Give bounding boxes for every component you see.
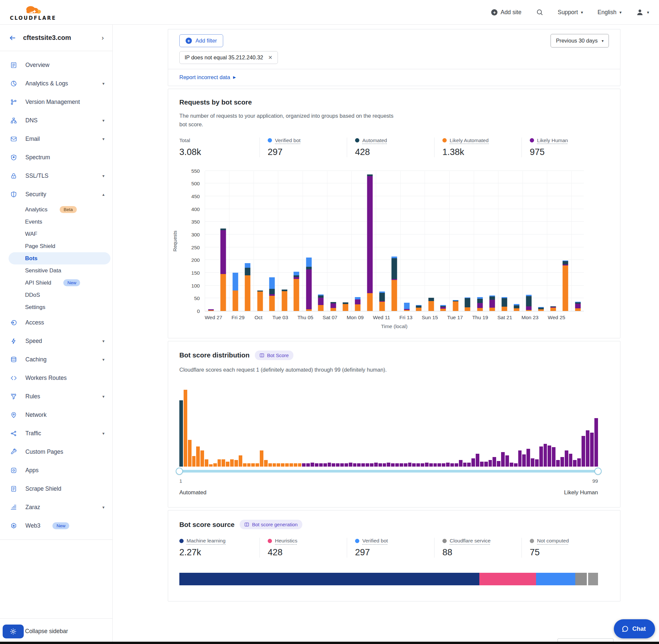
sidebar-item-speed[interactable]: Speed▾ xyxy=(0,332,112,350)
add-site-button[interactable]: + Add site xyxy=(491,9,521,16)
chevron-down-icon: ▾ xyxy=(102,505,104,510)
sidebar-item-traffic[interactable]: Traffic▾ xyxy=(0,424,112,442)
sidebar-item-overview[interactable]: Overview xyxy=(0,56,112,74)
search-icon[interactable] xyxy=(536,8,543,16)
sidebar-item-network[interactable]: Network xyxy=(0,406,112,424)
sidebar-item-ssl-tls[interactable]: SSL/TLS▾ xyxy=(0,166,112,185)
sidebar-item-waf[interactable]: WAF xyxy=(0,228,112,240)
sidebar-item-label: Rules xyxy=(25,393,40,400)
chevron-down-icon: ▾ xyxy=(102,174,104,178)
bot-score-generation-badge[interactable]: Bot score generation xyxy=(240,520,302,529)
dns-icon xyxy=(10,117,17,124)
histogram-bar-score-70 xyxy=(471,458,475,466)
sidebar-item-page-shield[interactable]: Page Shield xyxy=(0,240,112,252)
sidebar-nav: OverviewAnalytics & Logs▾Version Managem… xyxy=(0,51,112,535)
sidebar-item-analytics-logs[interactable]: Analytics & Logs▾ xyxy=(0,74,112,93)
sidebar-item-version-management[interactable]: Version Management xyxy=(0,93,112,111)
user-menu[interactable]: ▾ xyxy=(636,8,649,16)
bot-score-badge[interactable]: Bot Score xyxy=(255,350,293,360)
sidebar-item-api-shield[interactable]: API ShieldNew xyxy=(0,277,112,289)
slider-handle-max[interactable] xyxy=(594,467,602,475)
sidebar-item-web3[interactable]: Web3New xyxy=(0,516,112,535)
histogram-bar-score-18 xyxy=(251,463,255,466)
histogram-bar-score-5 xyxy=(196,446,200,466)
chart-plot-area xyxy=(205,171,584,311)
sidebar-item-analytics[interactable]: AnalyticsBeta xyxy=(0,204,112,216)
score-histogram xyxy=(179,386,598,466)
filter-chip[interactable]: IP does not equal 35.212.240.32 ✕ xyxy=(179,51,278,64)
sidebar-item-custom-pages[interactable]: Custom Pages xyxy=(0,442,112,461)
sidebar-item-events[interactable]: Events xyxy=(0,216,112,228)
sidebar-item-access[interactable]: Access xyxy=(0,313,112,332)
y-axis-label: Requests xyxy=(172,231,178,252)
date-range-button[interactable]: Previous 30 days ▾ xyxy=(550,34,609,47)
histogram-bar-score-53 xyxy=(400,463,403,466)
x-tick: Mon 23 xyxy=(521,315,539,321)
stat-not-computed: Not computed75 xyxy=(521,538,609,558)
chevron-right-icon[interactable]: › xyxy=(101,34,104,42)
histogram-bar-score-99 xyxy=(594,418,598,466)
histogram-bar-score-38 xyxy=(336,463,339,466)
source-stacked-bar xyxy=(179,573,598,585)
score-range-slider xyxy=(179,467,598,476)
slider-max-value: 99 xyxy=(592,478,598,484)
divider xyxy=(168,69,620,69)
beta-badge: Beta xyxy=(60,206,77,213)
collapse-sidebar-button[interactable]: Collapse sidebar xyxy=(25,628,68,635)
source-segment-machine-learning xyxy=(179,573,479,585)
stacked-bar-wed-27 xyxy=(208,309,214,311)
stat-label[interactable]: Cloudflare service xyxy=(450,538,491,544)
stat-label[interactable]: Automated xyxy=(362,138,387,143)
back-arrow-icon[interactable] xyxy=(8,34,17,42)
histogram-bar-score-21 xyxy=(264,460,268,466)
chat-button[interactable]: Chat xyxy=(614,619,655,638)
sidebar-item-bots[interactable]: Bots xyxy=(8,252,111,264)
sidebar-item-ddos[interactable]: DDoS xyxy=(0,289,112,301)
sidebar-item-scrape-shield[interactable]: Scrape Shield xyxy=(0,480,112,498)
sidebar-footer: Collapse sidebar xyxy=(0,618,112,644)
histogram-bar-score-89 xyxy=(552,447,556,466)
stat-label[interactable]: Verified bot xyxy=(362,538,388,544)
bot-score-distribution-card: Bot score distribution Bot Score Cloudfl… xyxy=(168,341,620,507)
support-menu[interactable]: Support ▾ xyxy=(558,9,583,16)
stat-label[interactable]: Heuristics xyxy=(275,538,297,544)
sidebar-item-security[interactable]: Security▴ xyxy=(0,185,112,204)
sidebar-item-workers-routes[interactable]: Workers Routes xyxy=(0,369,112,387)
sidebar-item-apps[interactable]: Apps xyxy=(0,461,112,480)
histogram-bar-score-85 xyxy=(535,459,539,466)
remove-filter-icon[interactable]: ✕ xyxy=(268,54,272,61)
badge-label: Bot Score xyxy=(267,352,289,358)
sidebar-item-zaraz[interactable]: Zaraz▾ xyxy=(0,498,112,516)
stat-label[interactable]: Likely Human xyxy=(537,138,568,143)
sidebar-item-spectrum[interactable]: Spectrum xyxy=(0,148,112,166)
histogram-bar-score-71 xyxy=(476,454,479,466)
sidebar-item-rules[interactable]: Rules▾ xyxy=(0,387,112,406)
stat-label[interactable]: Verified bot xyxy=(275,138,301,143)
slider-track[interactable] xyxy=(179,470,598,473)
sidebar-item-settings[interactable]: Settings xyxy=(0,301,112,313)
histogram-bar-score-17 xyxy=(247,463,251,466)
sidebar-item-sensitive-data[interactable]: Sensitive Data xyxy=(0,264,112,277)
stat-label[interactable]: Not computed xyxy=(537,538,569,544)
sidebar-item-caching[interactable]: Caching▾ xyxy=(0,350,112,369)
x-tick xyxy=(288,315,297,321)
histogram-bar-score-80 xyxy=(514,463,518,466)
stat-label[interactable]: Machine learning xyxy=(187,538,226,544)
settings-gear-button[interactable] xyxy=(3,624,24,638)
x-tick xyxy=(488,315,497,321)
stat-label[interactable]: Likely Automated xyxy=(450,138,489,143)
stacked-bar-sat-21 xyxy=(502,297,508,311)
x-tick xyxy=(363,315,373,321)
slider-handle-min[interactable] xyxy=(176,467,183,475)
sidebar-item-email[interactable]: Email▾ xyxy=(0,130,112,148)
histogram-bar-score-7 xyxy=(205,459,208,466)
histogram-bar-score-25 xyxy=(281,463,284,466)
report-incorrect-data-link[interactable]: Report incorrect data ▶ xyxy=(179,69,236,86)
language-menu[interactable]: English ▾ xyxy=(598,9,622,16)
chat-label: Chat xyxy=(632,625,646,632)
cloudflare-logo[interactable]: CLOUDFLARE xyxy=(10,4,56,21)
sidebar-item-dns[interactable]: DNS▾ xyxy=(0,111,112,130)
add-filter-button[interactable]: + Add filter xyxy=(179,34,223,47)
stacked-bar-thu-19 xyxy=(477,297,483,311)
histogram-bar-score-10 xyxy=(217,459,221,466)
